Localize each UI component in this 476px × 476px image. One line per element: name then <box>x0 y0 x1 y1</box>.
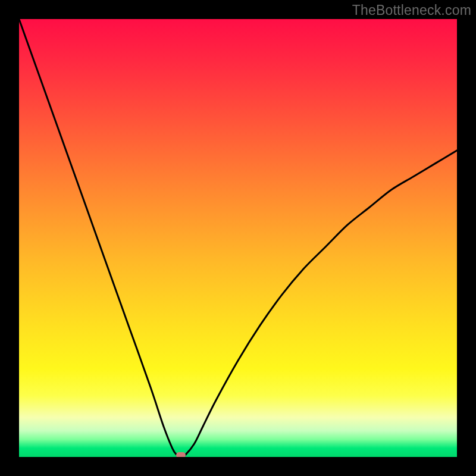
chart-container: TheBottleneck.com <box>0 0 476 476</box>
watermark-text: TheBottleneck.com <box>352 2 471 18</box>
curve-svg <box>19 19 457 457</box>
optimal-point-marker <box>176 452 186 457</box>
plot-area <box>19 19 457 457</box>
bottleneck-curve <box>19 19 457 457</box>
